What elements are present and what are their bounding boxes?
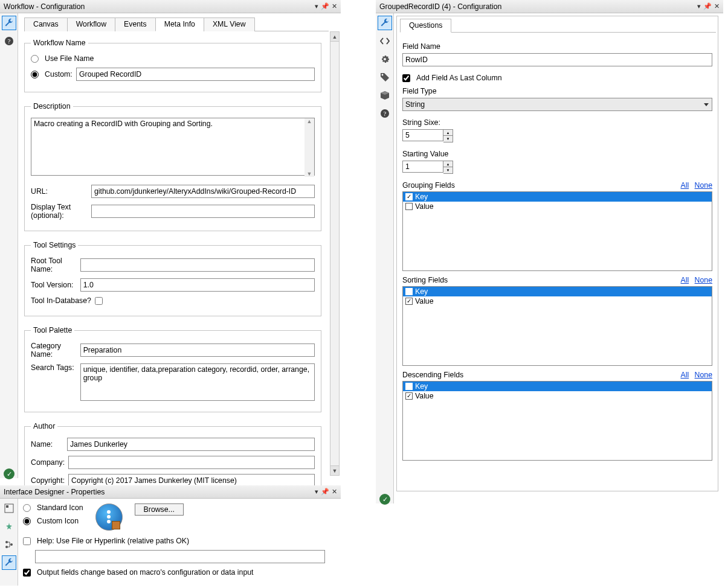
list-item[interactable]: Key (403, 382, 712, 391)
standard-icon-radio[interactable] (23, 504, 31, 512)
wrench-icon[interactable] (2, 16, 16, 30)
properties-icon[interactable] (2, 555, 16, 570)
tab-events[interactable]: Events (115, 18, 156, 31)
grouping-all-link[interactable]: All (681, 181, 689, 190)
string-size-input[interactable] (402, 129, 443, 141)
root-tool-input[interactable] (80, 258, 315, 272)
description-text[interactable]: Macro creating a RecordID with Grouping … (31, 118, 315, 176)
tab-xml-view[interactable]: XML View (204, 18, 255, 31)
box-icon[interactable] (378, 88, 392, 103)
company-input[interactable] (68, 456, 315, 469)
checkbox-icon[interactable]: ✓ (405, 193, 413, 200)
in-db-label: Tool In-Database? (31, 296, 91, 305)
display-text-input[interactable] (91, 205, 315, 218)
field-type-label: Field Type (402, 87, 712, 95)
help-checkbox[interactable] (23, 537, 31, 545)
close-icon[interactable]: ✕ (714, 2, 720, 10)
tags-label: Search Tags: (31, 363, 77, 372)
checkbox-icon[interactable]: ✓ (405, 298, 413, 305)
tab-questions[interactable]: Questions (400, 19, 451, 33)
descending-listbox[interactable]: Key✓Value (402, 381, 712, 461)
pin-icon[interactable]: 📌 (703, 2, 712, 10)
svg-point-6 (10, 543, 13, 546)
descending-label: Descending Fields (402, 371, 463, 379)
list-item[interactable]: ✓Value (403, 296, 712, 306)
scroll-down-icon[interactable]: ▼ (330, 465, 339, 475)
in-db-checkbox[interactable] (95, 297, 103, 305)
checkbox-icon[interactable] (405, 288, 413, 295)
sorting-none-link[interactable]: None (695, 276, 712, 284)
use-file-name-radio[interactable] (31, 55, 39, 63)
xml-icon[interactable] (378, 34, 392, 48)
spin-up-icon[interactable]: ▲ (443, 161, 453, 167)
start-value-input[interactable] (402, 161, 443, 173)
scrollbar[interactable]: ▲ ▼ (330, 31, 340, 476)
list-item-label: Value (415, 392, 434, 400)
description-legend: Description (31, 102, 73, 110)
field-name-label: Field Name (402, 42, 712, 51)
field-name-input[interactable] (402, 53, 712, 66)
close-icon[interactable]: ✕ (332, 2, 337, 10)
descending-none-link[interactable]: None (695, 371, 712, 379)
spin-up-icon[interactable]: ▲ (443, 130, 453, 136)
field-type-dropdown[interactable]: String (402, 98, 712, 111)
svg-point-7 (107, 510, 111, 514)
dropdown-icon[interactable]: ▾ (315, 488, 318, 496)
sorting-listbox[interactable]: Key✓Value (402, 286, 712, 366)
grouping-label: Grouping Fields (402, 181, 455, 190)
interface-title: Interface Designer - Properties (4, 488, 315, 496)
help-icon[interactable]: ? (2, 34, 16, 48)
checkbox-icon[interactable] (405, 203, 413, 210)
checkbox-icon[interactable]: ✓ (405, 392, 413, 400)
use-file-name-label: Use File Name (45, 54, 94, 63)
dropdown-icon[interactable]: ▾ (697, 2, 701, 10)
grouping-listbox[interactable]: ✓KeyValue (402, 191, 712, 271)
category-input[interactable] (80, 344, 315, 357)
tool-version-input[interactable] (80, 278, 315, 292)
list-item[interactable]: Value (403, 202, 712, 211)
url-input[interactable] (91, 185, 315, 198)
string-size-spinner[interactable]: ▲▼ (402, 129, 712, 142)
gear-icon[interactable] (378, 52, 392, 66)
list-item-label: Key (415, 287, 428, 296)
author-name-input[interactable] (67, 438, 315, 451)
tab-meta-info[interactable]: Meta Info (155, 18, 204, 31)
custom-input[interactable] (76, 68, 315, 81)
tree-view-icon[interactable] (2, 537, 16, 552)
output-fields-label: Output fields change based on macro's co… (37, 568, 254, 577)
scroll-up-icon[interactable]: ▲ (330, 32, 339, 42)
list-item[interactable]: ✓Value (403, 391, 712, 401)
descending-all-link[interactable]: All (681, 371, 689, 379)
interface-designer-panel: Interface Designer - Properties ▾ 📌 ✕ (0, 485, 341, 586)
dropdown-icon[interactable]: ▾ (315, 2, 318, 10)
copyright-label: Copyright: (31, 476, 65, 485)
checkbox-icon[interactable] (405, 383, 413, 390)
wrench-icon[interactable] (378, 16, 392, 30)
config-tabs: Canvas Workflow Events Meta Info XML Vie… (24, 17, 329, 31)
custom-icon-radio[interactable] (23, 517, 31, 525)
grouping-none-link[interactable]: None (695, 181, 712, 190)
pin-icon[interactable]: 📌 (321, 488, 329, 496)
help-icon[interactable]: ? (378, 106, 392, 121)
pin-icon[interactable]: 📌 (321, 2, 329, 10)
custom-radio[interactable] (31, 71, 39, 78)
svg-point-10 (381, 74, 383, 76)
spin-down-icon[interactable]: ▼ (443, 167, 453, 173)
spin-down-icon[interactable]: ▼ (443, 136, 453, 142)
browse-button[interactable]: Browse... (135, 503, 184, 516)
help-label: Help: Use File or Hyperlink (relative pa… (37, 537, 189, 545)
test-view-icon[interactable] (2, 519, 16, 534)
add-last-checkbox[interactable] (402, 74, 410, 82)
tab-canvas[interactable]: Canvas (24, 18, 68, 31)
close-icon[interactable]: ✕ (332, 488, 337, 496)
tab-workflow[interactable]: Workflow (67, 18, 115, 31)
start-value-spinner[interactable]: ▲▼ (402, 161, 712, 174)
output-fields-checkbox[interactable] (23, 569, 31, 577)
sorting-all-link[interactable]: All (681, 276, 689, 284)
help-input[interactable] (35, 550, 325, 563)
list-item[interactable]: ✓Key (403, 192, 712, 202)
tags-input[interactable]: unique, identifier, data,preparation cat… (80, 363, 315, 401)
tag-icon[interactable] (378, 70, 392, 85)
list-item[interactable]: Key (403, 287, 712, 296)
layout-view-icon[interactable] (2, 501, 16, 516)
